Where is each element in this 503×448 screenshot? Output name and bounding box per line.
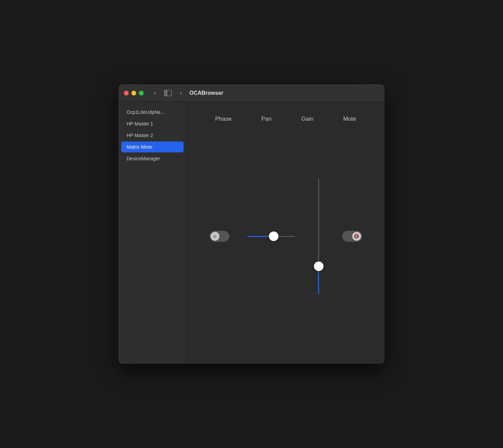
traffic-lights (124, 91, 144, 95)
mute-knob: 🔇 (352, 232, 361, 241)
phase-knob: ⊘ (211, 232, 219, 241)
maximize-button[interactable] (139, 91, 144, 95)
sidebar-toggle-button[interactable] (162, 89, 174, 98)
mute-label: Mute (343, 116, 356, 122)
gain-control (313, 178, 324, 294)
phase-label: Phase (215, 116, 231, 122)
pan-col: Pan (261, 116, 272, 122)
nav-back-button[interactable]: ‹ (178, 88, 184, 98)
pan-slider[interactable] (247, 231, 295, 242)
app-window: ‹ ‹ OCABrowser Ocp1LiteUdpNe… HP Master … (118, 84, 385, 364)
sidebar-item-matrix[interactable]: Matrix Mixer (121, 141, 184, 152)
mute-col: Mute (343, 116, 356, 122)
pan-control (247, 231, 295, 242)
sidebar-item-hp1[interactable]: HP Master 1 (121, 118, 184, 129)
titlebar: ‹ ‹ OCABrowser (118, 84, 385, 102)
chevron-left-icon: ‹ (154, 89, 156, 96)
phase-knob-icon: ⊘ (213, 234, 217, 239)
controls-body: ⊘ (187, 122, 385, 350)
window-title: OCABrowser (189, 90, 224, 96)
pan-label: Pan (261, 116, 272, 122)
phase-col: Phase (215, 116, 231, 122)
controls-header: Phase Pan Gain Mute (187, 116, 385, 122)
titlebar-controls: ‹ ‹ OCABrowser (152, 88, 224, 98)
phase-toggle[interactable]: ⊘ (210, 231, 229, 242)
minimize-button[interactable] (131, 91, 136, 95)
phase-control: ⊘ (210, 231, 229, 242)
gain-slider[interactable] (313, 178, 324, 294)
pan-track (247, 236, 295, 237)
gain-track (318, 178, 319, 294)
sidebar-icon (164, 90, 172, 96)
gain-thumb[interactable] (314, 262, 324, 271)
main-content: Ocp1LiteUdpNe… HP Master 1 HP Master 2 M… (118, 102, 385, 364)
sidebar-item-device[interactable]: DeviceManager (121, 153, 184, 164)
close-button[interactable] (124, 91, 129, 95)
nav-chevron-left-icon: ‹ (180, 89, 182, 96)
mute-icon: 🔇 (354, 234, 359, 239)
content-area: Phase Pan Gain Mute ⊘ (187, 102, 385, 364)
sidebar-item-ocp1[interactable]: Ocp1LiteUdpNe… (121, 107, 184, 118)
back-button[interactable]: ‹ (152, 88, 158, 98)
mute-toggle[interactable]: 🔇 (342, 231, 362, 242)
sidebar: Ocp1LiteUdpNe… HP Master 1 HP Master 2 M… (118, 102, 187, 364)
mute-control: 🔇 (342, 231, 362, 242)
pan-thumb[interactable] (269, 232, 278, 241)
gain-label: Gain (301, 116, 314, 122)
gain-col: Gain (301, 116, 314, 122)
sidebar-item-hp2[interactable]: HP Master 2 (121, 130, 184, 141)
